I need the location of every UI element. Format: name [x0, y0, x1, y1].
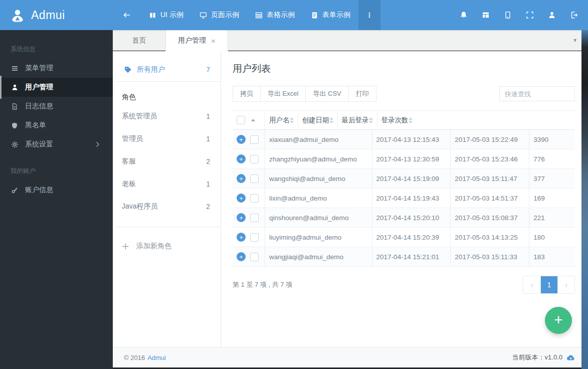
role-filter-item[interactable]: Java程序员 2 — [113, 195, 221, 218]
column-header[interactable]: 登录次数 — [377, 111, 417, 129]
select-all-checkbox[interactable] — [237, 116, 245, 124]
user-menu-button[interactable] — [541, 0, 563, 30]
footer-brand-link[interactable]: Admui — [147, 354, 166, 361]
row-checkbox[interactable] — [250, 135, 259, 144]
mobile-preview-button[interactable] — [497, 0, 519, 30]
sidebar-item-system-settings[interactable]: 系统设置 — [0, 135, 113, 154]
logout-button[interactable] — [563, 0, 585, 30]
nav-item-ui-samples[interactable]: UI 示例 — [141, 0, 191, 30]
sidebar-item-account-info[interactable]: 账户信息 — [0, 180, 113, 200]
tab-user-management[interactable]: 用户管理 × — [165, 30, 228, 51]
chevron-right-icon — [95, 141, 100, 147]
sidebar-item-label: 日志信息 — [25, 102, 53, 111]
login-count-cell: 377 — [529, 169, 575, 188]
last-login-cell: 2017-05-03 15:08:37 — [450, 208, 529, 227]
role-count: 2 — [206, 157, 210, 165]
add-user-fab-button[interactable]: + — [545, 307, 572, 334]
sidebar-item-label: 用户管理 — [25, 83, 53, 92]
column-header-label: 用户名 — [269, 116, 290, 125]
role-filter-item[interactable]: 管理员 1 — [113, 127, 221, 150]
brand-name: Admui — [31, 9, 65, 22]
shield-icon — [11, 122, 19, 129]
close-icon[interactable]: × — [211, 37, 216, 45]
nav-item-form-samples[interactable]: 表单示例 — [303, 0, 358, 30]
quick-search-input[interactable] — [499, 86, 575, 101]
nav-more-button[interactable] — [358, 0, 380, 30]
login-count-cell: 3390 — [529, 130, 575, 149]
expand-row-button[interactable]: + — [237, 154, 246, 163]
created-date-cell: 2017-04-14 15:19:09 — [372, 169, 451, 188]
version-info: 当前版本：v1.0.0 — [512, 353, 575, 362]
row-checkbox[interactable] — [250, 174, 259, 183]
nav-item-table-samples[interactable]: 表格示例 — [247, 0, 303, 30]
username-cell: lixin@admui_demo — [265, 189, 372, 208]
user-list-section: 用户列表 拷贝 导出 Excel 导出 CSV 打印 — [222, 51, 581, 347]
sort-carets-icon — [290, 117, 294, 123]
nav-back-button[interactable] — [113, 0, 141, 30]
fullscreen-button[interactable] — [519, 0, 541, 30]
tab-list-dropdown[interactable]: ▾ — [568, 37, 581, 44]
table-row: + zhangzhiyuan@admui_demo 2017-04-13 12:… — [233, 149, 575, 169]
sidebar-item-menu-management[interactable]: 菜单管理 — [0, 59, 113, 78]
expand-row-button[interactable]: + — [237, 252, 246, 261]
sidebar-item-log-info[interactable]: 日志信息 — [0, 97, 113, 116]
sign-out-icon — [570, 11, 578, 19]
add-role-button[interactable]: 添加新角色 — [113, 235, 221, 257]
bell-icon — [460, 11, 468, 19]
column-header[interactable]: 创建日期 — [298, 111, 337, 129]
row-checkbox[interactable] — [250, 194, 259, 203]
expand-row-button[interactable]: + — [237, 135, 246, 144]
sidebar-item-blacklist[interactable]: 黑名单 — [0, 116, 113, 135]
roles-list: 系统管理员 1 管理员 1 客服 2 老板 1 — [113, 105, 221, 218]
row-checkbox[interactable] — [250, 253, 259, 261]
tab-bar: 首页 用户管理 × ▾ — [113, 30, 581, 51]
brand-logo[interactable]: Admui — [0, 0, 113, 30]
nav-item-page-samples[interactable]: 页面示例 — [191, 0, 247, 30]
sort-carets-icon — [329, 117, 333, 123]
notifications-button[interactable] — [453, 0, 475, 30]
column-header[interactable]: 最后登录 — [337, 111, 377, 129]
nav-item-label: 页面示例 — [211, 11, 239, 20]
row-controls-cell: + — [233, 130, 265, 149]
expand-row-button[interactable]: + — [237, 233, 246, 242]
row-checkbox[interactable] — [250, 155, 259, 163]
column-header[interactable]: 用户名 — [265, 111, 298, 129]
row-checkbox[interactable] — [250, 214, 259, 222]
pagination-next-button[interactable]: › — [557, 276, 574, 293]
role-filter-item[interactable]: 老板 1 — [113, 172, 221, 195]
table-icon — [255, 12, 263, 19]
table-footer: 第 1 至 7 项 , 共 7 项 ‹ 1 › — [233, 276, 575, 294]
filter-all-users[interactable]: 所有用户 7 — [113, 58, 221, 81]
expand-row-button[interactable]: + — [237, 213, 246, 222]
toolbar-button[interactable]: 导出 CSV — [305, 86, 348, 102]
role-filter-item[interactable]: 客服 2 — [113, 150, 221, 172]
toolbar-button[interactable]: 导出 Excel — [260, 86, 306, 102]
toolbar-button[interactable]: 打印 — [348, 86, 376, 102]
toolbar-button[interactable]: 拷贝 — [233, 86, 261, 102]
role-count: 1 — [206, 112, 210, 120]
layout-toggle-button[interactable] — [475, 0, 497, 30]
background-image-strip — [581, 30, 588, 369]
created-date-cell: 2017-04-13 12:15:43 — [372, 130, 451, 149]
tag-icon — [124, 66, 132, 74]
tab-home[interactable]: 首页 — [113, 30, 165, 51]
role-count: 2 — [206, 203, 210, 211]
column-header-label: 创建日期 — [302, 116, 329, 125]
expand-row-button[interactable]: + — [237, 194, 246, 203]
page-footer: © 2016 Admui 当前版本：v1.0.0 — [113, 347, 581, 367]
role-filter-item[interactable]: 系统管理员 1 — [113, 105, 221, 127]
pagination-page-1[interactable]: 1 — [540, 276, 557, 293]
pagination-prev-button[interactable]: ‹ — [523, 276, 540, 293]
gear-icon — [11, 141, 19, 148]
sidebar-item-user-management[interactable]: 用户管理 — [0, 78, 113, 97]
hamburger-icon — [11, 65, 19, 72]
expand-row-button[interactable]: + — [237, 174, 246, 183]
login-count-cell: 183 — [529, 247, 575, 266]
table-row: + xiaxuan@admui_demo 2017-04-13 12:15:43… — [233, 130, 575, 149]
cloud-upload-icon[interactable] — [566, 354, 575, 361]
row-checkbox[interactable] — [250, 233, 259, 242]
username-cell: xiaxuan@admui_demo — [265, 130, 372, 149]
sidebar-item-label: 黑名单 — [25, 121, 46, 130]
last-login-cell: 2017-05-03 15:11:47 — [450, 169, 529, 188]
select-all-header-cell[interactable] — [233, 111, 265, 129]
